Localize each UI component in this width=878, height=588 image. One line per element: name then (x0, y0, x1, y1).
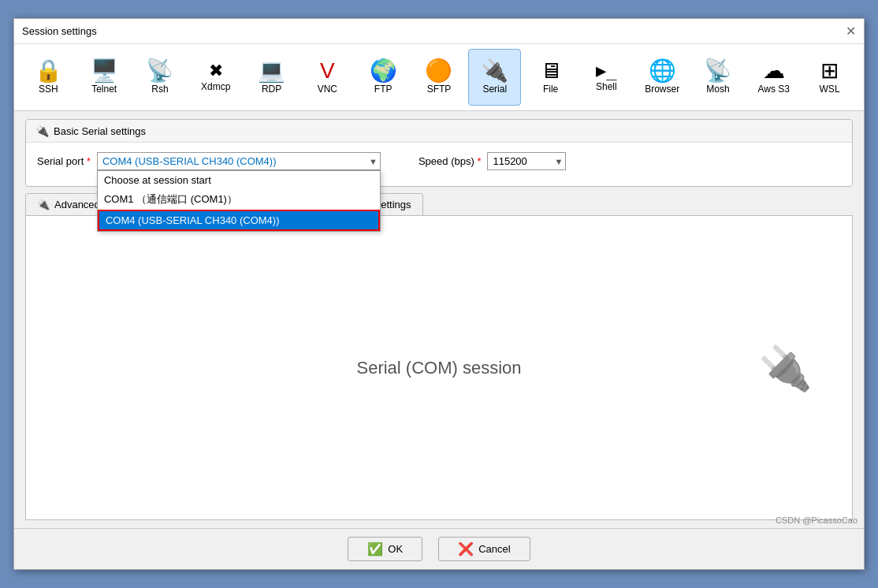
advanced-serial-icon: 🔌 (37, 199, 50, 210)
dropdown-option-com4[interactable]: COM4 (USB-SERIAL CH340 (COM4)) (98, 210, 380, 231)
toolbar-item-telnet[interactable]: 🖥️ Telnet (78, 49, 131, 106)
toolbar-label-sftp: SFTP (427, 84, 452, 95)
serial-port-select-wrapper: COM4 (USB-SERIAL CH340 (COM4)) ▼ Choose … (97, 152, 381, 170)
toolbar-label-xdmcp: Xdmcp (201, 81, 230, 92)
basic-serial-tab-header: 🔌 Basic Serial settings (26, 120, 852, 143)
content-area: 🔌 Basic Serial settings Serial port * CO… (14, 111, 864, 528)
toolbar-label-telnet: Telnet (91, 84, 117, 95)
telnet-icon: 🖥️ (91, 60, 118, 82)
shell-icon: ▶_ (596, 62, 617, 80)
dropdown-option-choose[interactable]: Choose at session start (98, 171, 380, 189)
toolbar-item-rdp[interactable]: 💻 RDP (245, 49, 298, 106)
toolbar-item-wsl[interactable]: ⊞ WSL (803, 49, 856, 106)
toolbar-item-browser[interactable]: 🌐 Browser (636, 49, 689, 106)
wsl-icon: ⊞ (820, 60, 839, 82)
toolbar-label-vnc: VNC (318, 84, 337, 95)
toolbar-item-file[interactable]: 🖥 File (524, 49, 577, 106)
toolbar-label-ftp: FTP (374, 84, 392, 95)
session-icon: 🔌 (758, 342, 813, 393)
toolbar-item-shell[interactable]: ▶_ Shell (580, 49, 633, 106)
toolbar-label-mosh: Mosh (706, 84, 729, 95)
ok-button[interactable]: ✅ OK (348, 537, 422, 561)
basic-serial-content: Serial port * COM4 (USB-SERIAL CH340 (CO… (26, 143, 852, 186)
toolbar-item-rsh[interactable]: 📡 Rsh (134, 49, 187, 106)
speed-wrapper: Speed (bps) * 115200 ▼ (419, 152, 567, 170)
file-icon: 🖥 (540, 60, 562, 82)
cancel-label: Cancel (478, 543, 510, 555)
dropdown-option-com1[interactable]: COM1 （通信端口 (COM1)） (98, 189, 380, 210)
ok-icon: ✅ (367, 541, 383, 556)
aws-icon: ☁ (763, 60, 785, 82)
serial-port-required: * (87, 155, 91, 167)
serial-icon: 🔌 (481, 60, 508, 82)
mosh-icon: 📡 (704, 60, 731, 82)
serial-port-row: Serial port * COM4 (USB-SERIAL CH340 (CO… (37, 152, 841, 170)
serial-port-label: Serial port * (37, 155, 91, 167)
toolbar-label-serial: Serial (482, 84, 507, 95)
toolbar-item-vnc[interactable]: V VNC (301, 49, 354, 106)
browser-icon: 🌐 (649, 60, 676, 82)
speed-required: * (477, 155, 481, 167)
rdp-icon: 💻 (258, 60, 285, 82)
title-bar: Session settings ✕ (14, 19, 864, 44)
toolbar-label-rdp: RDP (262, 84, 281, 95)
toolbar-item-ftp[interactable]: 🌍 FTP (357, 49, 410, 106)
dialog-title: Session settings (22, 25, 97, 37)
toolbar: 🔒 SSH 🖥️ Telnet 📡 Rsh ✖ Xdmcp 💻 RDP V VN… (14, 44, 864, 111)
watermark: CSDN @PicassoCao (776, 515, 858, 525)
toolbar-label-rsh: Rsh (151, 84, 168, 95)
xdmcp-icon: ✖ (209, 62, 223, 80)
speed-label: Speed (bps) * (419, 155, 482, 167)
basic-serial-label: Basic Serial settings (54, 125, 146, 137)
ok-label: OK (388, 543, 403, 555)
serial-port-dropdown: Choose at session start COM1 （通信端口 (COM1… (97, 170, 381, 232)
toolbar-label-wsl: WSL (820, 84, 840, 95)
speed-select-wrapper: 115200 ▼ (487, 152, 566, 170)
toolbar-label-ssh: SSH (39, 84, 58, 95)
close-button[interactable]: ✕ (846, 25, 856, 38)
toolbar-item-sftp[interactable]: 🟠 SFTP (413, 49, 466, 106)
basic-serial-panel: 🔌 Basic Serial settings Serial port * CO… (25, 119, 853, 187)
speed-select[interactable]: 115200 (487, 152, 566, 170)
ssh-icon: 🔒 (35, 60, 62, 82)
vnc-icon: V (320, 60, 335, 82)
footer: ✅ OK ❌ Cancel (14, 528, 864, 569)
cancel-button[interactable]: ❌ Cancel (438, 537, 530, 561)
session-settings-dialog: Session settings ✕ 🔒 SSH 🖥️ Telnet 📡 Rsh… (13, 18, 865, 570)
toolbar-item-serial[interactable]: 🔌 Serial (468, 49, 521, 106)
basic-serial-icon: 🔌 (35, 125, 49, 137)
toolbar-item-ssh[interactable]: 🔒 SSH (22, 49, 75, 106)
session-label: Serial (COM) session (356, 358, 521, 378)
sftp-icon: 🟠 (425, 60, 452, 82)
toolbar-item-aws-s3[interactable]: ☁ Aws S3 (747, 49, 800, 106)
toolbar-item-mosh[interactable]: 📡 Mosh (692, 49, 745, 106)
toolbar-label-file: File (543, 84, 558, 95)
toolbar-label-shell: Shell (596, 81, 617, 92)
ftp-icon: 🌍 (370, 60, 397, 82)
toolbar-item-xdmcp[interactable]: ✖ Xdmcp (189, 49, 242, 106)
toolbar-label-aws-s3: Aws S3 (758, 84, 790, 95)
cancel-icon: ❌ (458, 541, 474, 556)
rsh-icon: 📡 (146, 60, 173, 82)
serial-port-select[interactable]: COM4 (USB-SERIAL CH340 (COM4)) (97, 152, 381, 170)
toolbar-label-browser: Browser (645, 84, 679, 95)
main-content-area: Serial (COM) session 🔌 (25, 215, 853, 520)
